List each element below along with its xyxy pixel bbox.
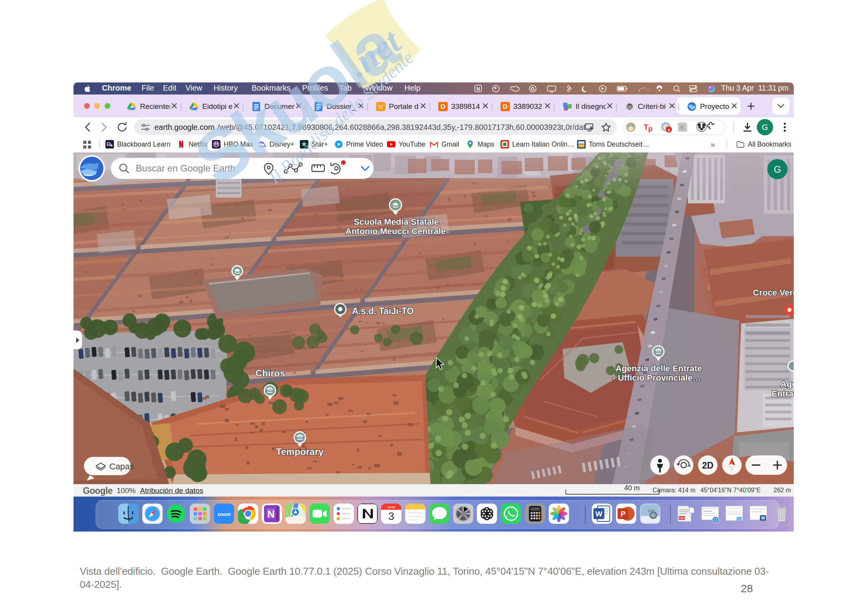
- svg-text:2D: 2D: [702, 460, 713, 471]
- svg-text:G: G: [774, 164, 781, 175]
- svg-text:Antonio Meucci Centrale: Antonio Meucci Centrale: [345, 226, 446, 236]
- svg-text:Capas: Capas: [109, 462, 134, 471]
- svg-text:p: p: [648, 125, 653, 133]
- svg-text:W: W: [595, 510, 602, 518]
- svg-text:Agenz: Agenz: [780, 379, 794, 389]
- svg-text:PDF: PDF: [679, 517, 684, 520]
- svg-text:Scuola Media Statale: Scuola Media Statale: [354, 217, 439, 227]
- svg-text:N: N: [476, 86, 480, 92]
- svg-text:G: G: [531, 86, 534, 92]
- svg-text:40 m: 40 m: [624, 485, 640, 492]
- svg-text:x: x: [668, 128, 670, 132]
- svg-text:A.s.d. TaiJi-TO: A.s.d. TaiJi-TO: [352, 306, 414, 316]
- svg-text:K: K: [681, 124, 685, 131]
- svg-text:- Ufficio Provinciale…: - Ufficio Provinciale…: [612, 373, 701, 383]
- svg-text:P: P: [621, 510, 626, 518]
- svg-text:Agenzia delle Entrate: Agenzia delle Entrate: [616, 364, 702, 373]
- svg-text:W: W: [761, 516, 765, 520]
- svg-text:.net: .net: [340, 21, 409, 85]
- svg-text:T: T: [644, 123, 648, 131]
- svg-text:APR: APR: [387, 505, 395, 509]
- svg-text:Entrate -: Entrate -: [772, 389, 794, 399]
- svg-text:Chiros: Chiros: [256, 368, 285, 378]
- svg-text:zoom: zoom: [217, 511, 231, 517]
- svg-text:Temporary: Temporary: [276, 446, 324, 457]
- svg-text:Croce Verd: Croce Verd: [753, 288, 794, 297]
- svg-text:Buscar en Google Earth: Buscar en Google Earth: [136, 163, 235, 173]
- svg-text:N: N: [268, 508, 275, 520]
- svg-text:3: 3: [388, 510, 394, 522]
